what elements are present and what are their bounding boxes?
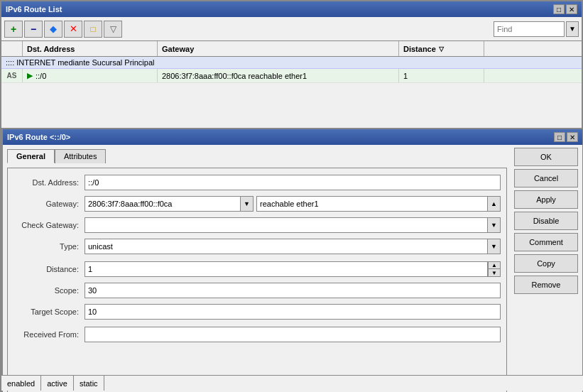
check-gateway-input-wrap: ▼ (85, 217, 501, 233)
outer-close-button[interactable]: ✕ (566, 4, 577, 14)
distance-stepper: ▲ ▼ (488, 261, 501, 277)
search-dropdown-button[interactable]: ▼ (566, 21, 579, 37)
route-table: Dst. Address Gateway Distance ▽ :::: INT… (1, 41, 582, 83)
remove-button[interactable]: Remove (514, 276, 578, 294)
received-from-label: Received From: (13, 330, 85, 339)
outer-title-bar: IPv6 Route List □ ✕ (1, 1, 582, 17)
type-dropdown-button[interactable]: ▼ (488, 239, 501, 254)
ok-button[interactable]: OK (514, 148, 578, 166)
outer-minimize-button[interactable]: □ (553, 4, 565, 14)
gateway-row: Gateway: ▼ reachable ether1 ▲ (13, 195, 501, 212)
distance-input-wrap: ▲ ▼ (85, 261, 501, 277)
received-from-row: Received From: (13, 326, 501, 343)
row-dst: ▶ ::/0 (23, 69, 158, 82)
outer-title-controls: □ ✕ (553, 4, 577, 14)
tab-general[interactable]: General (7, 149, 55, 163)
dialog-content: General Attributes Dst. Address: Gateway… (3, 145, 582, 392)
copy-button[interactable]: Copy (514, 254, 578, 273)
dst-address-row: Dst. Address: (13, 174, 501, 191)
header-dst: Dst. Address (23, 41, 158, 56)
delete-button[interactable]: ✕ (64, 21, 82, 38)
check-gateway-row: Check Gateway: ▼ (13, 217, 501, 234)
disable-button[interactable]: Disable (514, 212, 578, 230)
check-gateway-field[interactable] (85, 217, 488, 233)
gateway-label: Gateway: (13, 200, 85, 208)
distance-up-button[interactable]: ▲ (488, 261, 501, 269)
dst-address-label: Dst. Address: (13, 178, 85, 187)
table-row[interactable]: AS ▶ ::/0 2806:3f7:8aaa:ff00::f0ca reach… (1, 69, 582, 83)
header-distance: Distance ▽ (399, 41, 484, 56)
gateway-right-up-button[interactable]: ▲ (488, 196, 501, 212)
row-gateway: 2806:3f7:8aaa:ff00::f0ca reachable ether… (158, 69, 399, 82)
header-gateway: Gateway (158, 41, 399, 56)
sort-icon: ▽ (439, 45, 444, 53)
tab-attributes[interactable]: Attributes (55, 149, 106, 163)
check-gateway-label: Check Gateway: (13, 221, 85, 229)
type-row: Type: ▼ (13, 238, 501, 255)
scope-field[interactable] (85, 283, 501, 298)
dialog-form-area: General Attributes Dst. Address: Gateway… (3, 145, 511, 392)
row-type-badge: AS (1, 69, 23, 82)
inner-dialog: IPv6 Route <::/0> □ ✕ General Attributes (1, 128, 583, 392)
main-area: Dst. Address Gateway Distance ▽ :::: INT… (1, 41, 582, 391)
status-active: active (41, 376, 74, 391)
comment-button[interactable]: Comment (514, 233, 578, 251)
gateway-field[interactable] (85, 196, 241, 212)
tab-bar: General Attributes (7, 149, 507, 163)
scope-label: Scope: (13, 286, 85, 295)
distance-down-button[interactable]: ▼ (488, 269, 501, 277)
status-static: static (74, 376, 104, 391)
table-body: :::: INTERNET mediante Sucursal Principa… (1, 57, 582, 83)
dialog-sidebar: OK Cancel Apply Disable Comment Copy Rem… (511, 145, 582, 392)
remove-button[interactable]: − (24, 21, 43, 38)
group-row: :::: INTERNET mediante Sucursal Principa… (1, 57, 582, 69)
outer-window: IPv6 Route List □ ✕ + − ◆ ✕ □ ▽ ▼ Dst. A… (0, 0, 583, 392)
status-bar: enabled active static (1, 375, 583, 391)
received-from-field[interactable] (85, 327, 501, 342)
add-button[interactable]: + (4, 21, 23, 38)
gateway-right-field: reachable ether1 (256, 196, 488, 212)
toolbar: + − ◆ ✕ □ ▽ ▼ (1, 17, 582, 41)
inner-minimize-button[interactable]: □ (554, 132, 565, 142)
inner-dialog-title: IPv6 Route <::/0> (7, 133, 70, 141)
table-header: Dst. Address Gateway Distance ▽ (1, 41, 582, 57)
tab-content-general: Dst. Address: Gateway: ▼ reachable ether… (7, 168, 507, 392)
distance-label: Distance: (13, 265, 85, 273)
search-input[interactable] (494, 21, 565, 37)
outer-window-title: IPv6 Route List (6, 5, 62, 13)
copy-button[interactable]: □ (84, 21, 102, 38)
gateway-dropdown-button[interactable]: ▼ (241, 196, 254, 212)
type-input-wrap: ▼ (85, 239, 501, 254)
edit-button[interactable]: ◆ (44, 21, 62, 38)
filter-button[interactable]: ▽ (104, 21, 122, 38)
play-icon: ▶ (27, 71, 33, 80)
scope-row: Scope: (13, 282, 501, 299)
distance-field[interactable] (85, 261, 488, 277)
header-icon-col (1, 41, 23, 56)
gateway-inputs: ▼ reachable ether1 ▲ (85, 196, 501, 212)
inner-title-bar: IPv6 Route <::/0> □ ✕ (3, 129, 582, 145)
type-field[interactable] (85, 239, 488, 254)
inner-close-button[interactable]: ✕ (567, 132, 578, 142)
inner-title-controls: □ ✕ (554, 132, 578, 142)
cancel-button[interactable]: Cancel (514, 169, 578, 187)
row-distance: 1 (399, 69, 484, 82)
target-scope-row: Target Scope: (13, 303, 501, 320)
type-label: Type: (13, 242, 85, 251)
check-gateway-dropdown-button[interactable]: ▼ (488, 217, 501, 233)
target-scope-label: Target Scope: (13, 307, 85, 316)
target-scope-field[interactable] (85, 304, 501, 320)
distance-row: Distance: ▲ ▼ (13, 261, 501, 278)
status-enabled: enabled (1, 376, 41, 391)
dst-address-field[interactable] (85, 175, 501, 190)
apply-button[interactable]: Apply (514, 190, 578, 209)
